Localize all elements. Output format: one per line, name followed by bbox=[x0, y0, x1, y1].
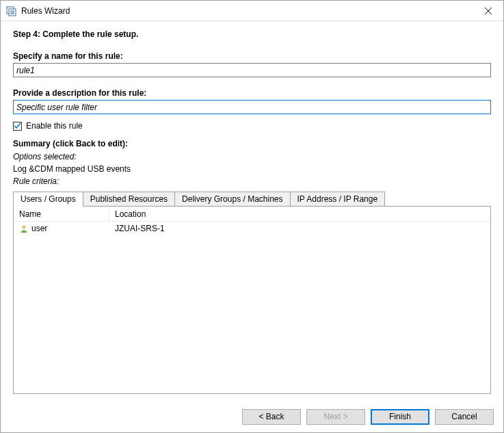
rule-name-input[interactable] bbox=[13, 63, 491, 77]
rule-criteria-label: Rule criteria: bbox=[13, 176, 491, 186]
finish-button[interactable]: Finish bbox=[371, 409, 429, 425]
enable-rule-row[interactable]: Enable this rule bbox=[13, 121, 491, 131]
enable-rule-checkbox[interactable] bbox=[13, 122, 22, 131]
back-button[interactable]: < Back bbox=[242, 409, 301, 425]
column-name[interactable]: Name bbox=[14, 207, 109, 221]
wizard-content: Step 4: Complete the rule setup. Specify… bbox=[1, 21, 503, 401]
close-button[interactable] bbox=[473, 1, 503, 21]
tab-ip-range[interactable]: IP Address / IP Range bbox=[291, 192, 386, 206]
titlebar: Rules Wizard bbox=[1, 1, 503, 21]
options-selected-label: Options selected: bbox=[13, 152, 491, 161]
window-title: Rules Wizard bbox=[21, 6, 473, 16]
rule-name-label: Specify a name for this rule: bbox=[13, 51, 491, 61]
cell-name-text: user bbox=[31, 224, 47, 233]
rule-description-input[interactable] bbox=[13, 100, 491, 114]
rules-wizard-window: Rules Wizard Step 4: Complete the rule s… bbox=[0, 0, 504, 433]
criteria-tabs: Users / Groups Published Resources Deliv… bbox=[13, 192, 491, 206]
cancel-button[interactable]: Cancel bbox=[435, 409, 494, 425]
checkmark-icon bbox=[14, 122, 21, 130]
option-item: Log &CDM mapped USB events bbox=[13, 164, 491, 174]
next-button: Next > bbox=[306, 409, 365, 425]
criteria-panel: Name Location user JZUAI-SRS-1 bbox=[13, 206, 491, 394]
tab-delivery-groups[interactable]: Delivery Groups / Machines bbox=[175, 192, 290, 206]
summary-heading: Summary (click Back to edit): bbox=[13, 139, 491, 148]
app-icon bbox=[6, 5, 17, 16]
table-header: Name Location bbox=[14, 207, 490, 222]
column-location[interactable]: Location bbox=[109, 207, 490, 221]
tab-published-resources[interactable]: Published Resources bbox=[83, 192, 175, 206]
svg-point-7 bbox=[23, 226, 25, 228]
enable-rule-label: Enable this rule bbox=[26, 121, 83, 131]
user-icon bbox=[19, 224, 29, 233]
tab-users-groups[interactable]: Users / Groups bbox=[13, 192, 83, 207]
table-row[interactable]: user JZUAI-SRS-1 bbox=[14, 222, 490, 235]
rule-description-label: Provide a description for this rule: bbox=[13, 88, 491, 98]
step-heading: Step 4: Complete the rule setup. bbox=[13, 29, 491, 39]
button-bar: < Back Next > Finish Cancel bbox=[1, 401, 503, 432]
cell-location: JZUAI-SRS-1 bbox=[109, 222, 490, 235]
close-icon bbox=[485, 8, 492, 14]
cell-name: user bbox=[14, 222, 109, 235]
